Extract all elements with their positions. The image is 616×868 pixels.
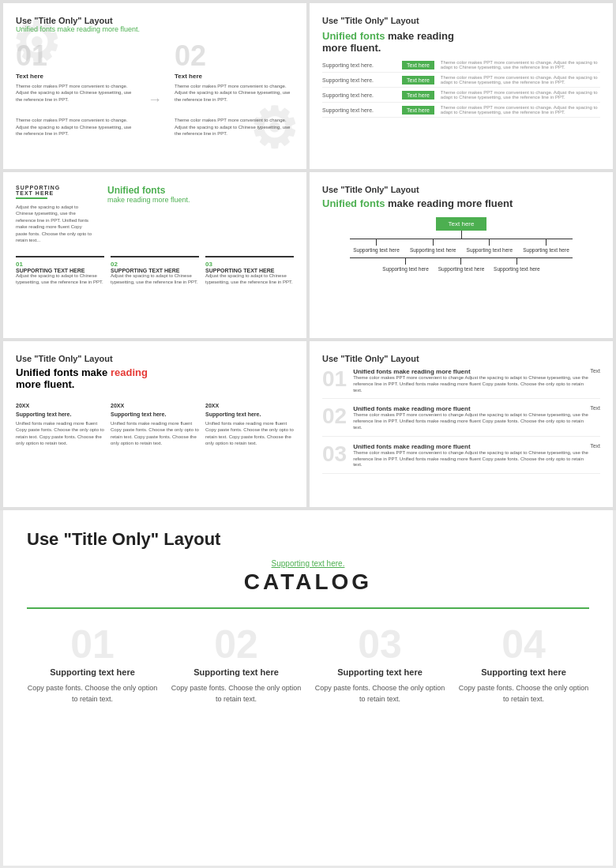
slide5-col2-year: 20XX <box>111 403 199 408</box>
slide2-subtitle-green: Unified fonts <box>322 30 385 42</box>
slide6-row-3: 03 Unified fonts make reading more fluen… <box>322 443 600 474</box>
bottom-col-3: 03 Supporting text here Copy paste fonts… <box>314 625 445 705</box>
slide5-title: Use "Title Only" Layout <box>16 354 294 363</box>
org-subnode-1: Supporting text here <box>379 265 432 273</box>
org-node-4: Supporting text here <box>520 246 573 254</box>
bottom-title: Use "Title Only" Layout <box>27 529 589 550</box>
org-subbranch-line-2 <box>460 258 461 265</box>
org-branch-1: Supporting text here <box>350 239 403 254</box>
list-item-1: Supporting text here. Text here Theme co… <box>322 60 600 73</box>
slide1-item1-text2: Theme color makes PPT more convenient to… <box>16 117 135 137</box>
slide6-text-2: Theme color makes PPT more convenient to… <box>353 412 590 430</box>
slide3-col3-num: 03 <box>205 261 294 268</box>
slide3-green-title: Unified fonts <box>107 185 294 196</box>
slide1-title: Use "Title Only" Layout <box>16 16 294 25</box>
bottom-col1-num: 01 <box>27 625 158 664</box>
bottom-col2-num: 02 <box>171 625 302 664</box>
slide4-subtitle-rest: make reading more fluent <box>388 197 513 209</box>
org-vert-line <box>461 231 462 239</box>
org-subnode-2: Supporting text here <box>435 265 488 273</box>
org-branch-line-4 <box>546 239 547 246</box>
list-tag-2: Text here <box>402 76 434 85</box>
org-branch-3: Supporting text here <box>464 239 516 254</box>
slide1-item-2: 02 Text here Theme color makes PPT more … <box>175 39 294 137</box>
bottom-col4-num: 04 <box>458 625 589 664</box>
slide5-col2-head: Supporting text here. <box>111 411 199 417</box>
slide1-item-1: 01 Text here Theme color makes PPT more … <box>16 39 135 137</box>
slide5-subtitle-p2: more fluent. <box>16 378 74 390</box>
slide5-subtitle-highlight: reading <box>111 366 148 378</box>
slide5-col-2: 20XX Supporting text here. Unified fonts… <box>111 403 199 447</box>
slide6-tag-3: Text <box>590 443 600 449</box>
org-level1: Supporting text here Supporting text her… <box>350 239 573 254</box>
slide4-subtitle: Unified fonts make reading more fluent <box>322 197 600 209</box>
slide5-subtitle-p1: Unified fonts make <box>16 366 111 378</box>
list-label-3: Supporting text here. <box>322 92 402 98</box>
slide1-item2-text1: Theme color makes PPT more convenient to… <box>175 83 294 103</box>
bottom-col2-head: Supporting text here <box>171 667 302 677</box>
slide6-title-3: Unified fonts make reading more fluent <box>353 443 590 450</box>
slide6-num-2: 02 <box>322 405 347 427</box>
slide1-item1-text1: Theme color makes PPT more convenient to… <box>16 83 135 103</box>
bottom-catalog-text: CATALOG <box>27 569 589 595</box>
list-desc-2: Theme color makes PPT more convenient to… <box>434 75 600 85</box>
slide5-col1-text: Unified fonts make reading more fluent C… <box>16 420 104 447</box>
list-desc-4: Theme color makes PPT more convenient to… <box>434 105 600 115</box>
org-horiz-connector <box>350 239 573 239</box>
slide3-col3-title: SUPPORTING TEXT HERE <box>205 268 294 273</box>
list-item-2: Supporting text here. Text here Theme co… <box>322 75 600 88</box>
list-tag-1: Text here <box>402 61 434 70</box>
bottom-supporting-text: Supporting text here. <box>27 559 589 568</box>
slide5-cols: 20XX Supporting text here. Unified fonts… <box>16 403 294 447</box>
slide3-green-subtitle: make reading more fluent. <box>107 196 294 204</box>
slide-6: Use "Title Only" Layout 01 Unified fonts… <box>310 341 613 507</box>
bottom-col3-text: Copy paste fonts. Choose the only option… <box>314 683 445 705</box>
org-chart: Text here Supporting text here Supportin… <box>322 217 600 273</box>
slide1-num-2: 02 <box>175 39 294 73</box>
slide3-col2-text: Adjust the spacing to adapt to Chinese t… <box>111 273 199 286</box>
org-subbranch-3: Supporting text here <box>490 258 543 273</box>
slide1-item2-title: Text here <box>175 73 294 80</box>
slide5-col1-head: Supporting text here. <box>16 411 104 417</box>
slide5-col-1: 20XX Supporting text here. Unified fonts… <box>16 403 104 447</box>
slide4-title: Use "Title Only" Layout <box>322 185 600 194</box>
arrow-icon: → <box>148 92 162 108</box>
list-label-1: Supporting text here. <box>322 62 402 68</box>
org-subnode-3: Supporting text here <box>490 265 543 273</box>
slide6-text-3: Theme color makes PPT more convenient to… <box>353 450 590 468</box>
slide6-content-2: Unified fonts make reading more fluent T… <box>353 405 590 430</box>
org-node-1: Supporting text here <box>350 246 403 254</box>
slide5-col3-year: 20XX <box>205 403 294 408</box>
org-subbranch-2: Supporting text here <box>435 258 488 273</box>
slide3-col-2: 02 SUPPORTING TEXT HERE Adjust the spaci… <box>111 256 199 286</box>
org-branch-line-2 <box>433 239 434 246</box>
org-subbranch-line-1 <box>405 258 406 265</box>
org-subbranch-line-3 <box>516 258 517 265</box>
bottom-line <box>27 607 589 609</box>
list-tag-3: Text here <box>402 91 434 100</box>
slide3-body-text: Adjust the spacing to adapt to Chinese t… <box>16 204 95 243</box>
bottom-col-2: 02 Supporting text here Copy paste fonts… <box>171 625 302 705</box>
slide3-col-3: 03 SUPPORTING TEXT HERE Adjust the spaci… <box>205 256 294 286</box>
slide4-subtitle-green: Unified fonts <box>322 197 385 209</box>
slide3-col1-text: Adjust the spacing to adapt to Chinese t… <box>16 273 104 286</box>
bottom-col-1: 01 Supporting text here Copy paste fonts… <box>27 625 158 705</box>
slide-5: Use "Title Only" Layout Unified fonts ma… <box>3 341 306 507</box>
slide-1: ⚙ ⚙ Use "Title Only" Layout Unified font… <box>3 3 306 169</box>
slide6-content-3: Unified fonts make reading more fluent T… <box>353 443 590 468</box>
slide-bottom: Use "Title Only" Layout Supporting text … <box>3 510 613 866</box>
bottom-col1-head: Supporting text here <box>27 667 158 677</box>
list-desc-1: Theme color makes PPT more convenient to… <box>434 60 600 70</box>
slide3-col3-text: Adjust the spacing to adapt to Chinese t… <box>205 273 294 286</box>
slide2-subtitle: Unified fonts make readingmore fluent. <box>322 30 600 54</box>
slide6-title-1: Unified fonts make reading more fluent <box>353 368 590 375</box>
org-node-2: Supporting text here <box>407 246 460 254</box>
slide6-content-1: Unified fonts make reading more fluent T… <box>353 368 590 393</box>
slide6-row-1: 01 Unified fonts make reading more fluen… <box>322 368 600 399</box>
slide1-num-1: 01 <box>16 39 135 73</box>
slide6-title-2: Unified fonts make reading more fluent <box>353 405 590 412</box>
slide2-list: Supporting text here. Text here Theme co… <box>322 60 600 118</box>
org-branch-line-3 <box>489 239 490 246</box>
slide5-col3-head: Supporting text here. <box>205 411 294 417</box>
slide3-top-label: SUPPORTING <box>16 185 95 190</box>
